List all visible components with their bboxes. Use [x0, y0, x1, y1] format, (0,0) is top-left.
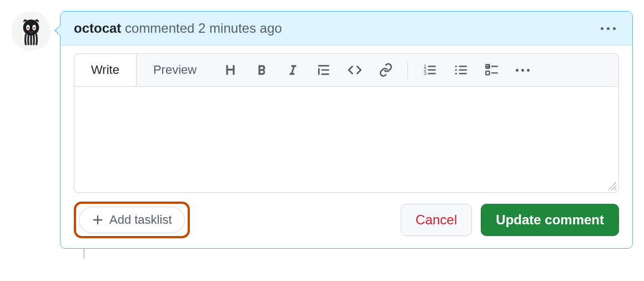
- ordered-list-icon[interactable]: 123: [420, 61, 439, 79]
- comment-meta: commented 2 minutes ago: [125, 21, 282, 36]
- quote-icon[interactable]: [314, 61, 333, 79]
- actions-row: Add tasklist Cancel Update comment: [74, 202, 619, 238]
- textarea-wrapper: [74, 87, 619, 193]
- svg-text:3: 3: [424, 71, 426, 76]
- tab-preview[interactable]: Preview: [137, 54, 213, 86]
- heading-icon[interactable]: [221, 61, 240, 79]
- comment-header: octocat commented 2 minutes ago: [61, 12, 632, 46]
- resize-handle[interactable]: [608, 182, 616, 190]
- unordered-list-icon[interactable]: [451, 61, 470, 79]
- comment-textarea[interactable]: [74, 87, 618, 192]
- add-tasklist-label: Add tasklist: [109, 213, 172, 227]
- svg-point-1: [23, 19, 39, 36]
- right-actions: Cancel Update comment: [401, 204, 619, 236]
- author-name[interactable]: octocat: [74, 21, 121, 36]
- cancel-button[interactable]: Cancel: [401, 204, 472, 236]
- octocat-icon: [12, 12, 50, 50]
- avatar[interactable]: [11, 11, 51, 51]
- svg-point-11: [455, 73, 457, 74]
- tab-write[interactable]: Write: [74, 54, 137, 86]
- toolbar-divider: [407, 62, 408, 78]
- svg-point-10: [455, 69, 457, 71]
- plus-icon: [92, 214, 104, 226]
- svg-rect-13: [486, 71, 490, 75]
- svg-point-5: [33, 27, 35, 29]
- editor-tabnav: Write Preview: [74, 53, 619, 87]
- add-tasklist-button[interactable]: Add tasklist: [79, 207, 185, 233]
- task-list-icon[interactable]: [482, 61, 501, 79]
- svg-point-9: [455, 66, 457, 67]
- markdown-toolbar: 123: [213, 54, 618, 86]
- comment-box: octocat commented 2 minutes ago Write Pr…: [60, 11, 633, 249]
- comment-body: Write Preview: [61, 46, 632, 248]
- timeline-connector: [83, 249, 85, 259]
- highlight-add-tasklist: Add tasklist: [74, 202, 190, 238]
- update-comment-button[interactable]: Update comment: [481, 204, 619, 236]
- timeline-comment: octocat commented 2 minutes ago Write Pr…: [11, 11, 633, 249]
- toolbar-more-icon[interactable]: [514, 67, 532, 74]
- comment-header-text: octocat commented 2 minutes ago: [74, 21, 282, 36]
- bold-icon[interactable]: [252, 61, 271, 79]
- italic-icon[interactable]: [283, 61, 302, 79]
- svg-point-4: [27, 27, 29, 29]
- code-icon[interactable]: [345, 61, 364, 79]
- link-icon[interactable]: [376, 61, 395, 79]
- comment-actions-menu[interactable]: [597, 24, 619, 33]
